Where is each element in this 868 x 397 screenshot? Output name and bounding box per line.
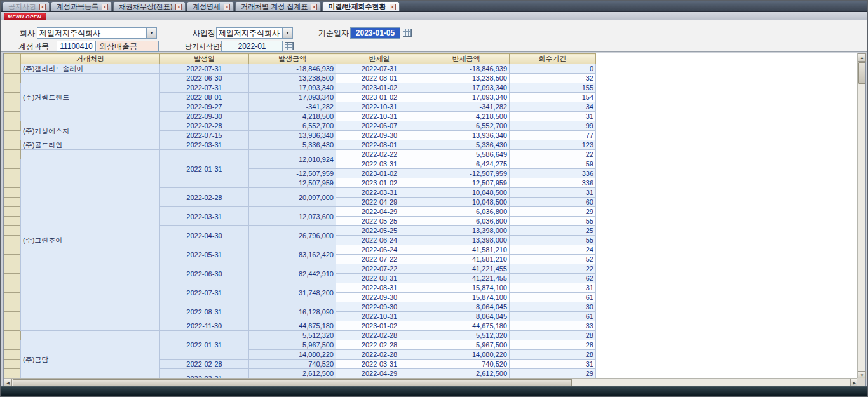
settlement-date-cell[interactable]: 2022-07-31	[336, 64, 423, 74]
row-selector[interactable]	[4, 131, 21, 140]
settlement-amount-cell[interactable]: 12,507,959	[423, 178, 510, 188]
settlement-amount-cell[interactable]: 13,398,000	[423, 236, 510, 245]
row-selector[interactable]	[4, 245, 21, 255]
settlement-date-cell[interactable]: 2022-02-28	[336, 331, 423, 340]
settlement-amount-cell[interactable]: -12,507,959	[423, 169, 510, 178]
row-selector[interactable]	[4, 169, 21, 178]
settlement-amount-cell[interactable]: 6,552,700	[423, 121, 510, 131]
row-selector[interactable]	[4, 121, 21, 131]
tab-5[interactable]: 거래처별 계정 집계표×	[235, 1, 321, 11]
row-selector[interactable]	[4, 188, 21, 198]
occurrence-date-cell[interactable]: 2022-11-30	[160, 321, 249, 331]
settlement-amount-cell[interactable]: 14,080,220	[423, 350, 510, 360]
occurrence-amount-cell[interactable]: -17,093,340	[249, 93, 336, 102]
collection-days-cell[interactable]: 336	[510, 178, 596, 188]
collection-days-cell[interactable]: 25	[510, 226, 596, 236]
collection-days-cell[interactable]: 32	[510, 74, 596, 83]
settlement-amount-cell[interactable]: 15,874,100	[423, 293, 510, 302]
settlement-date-cell[interactable]: 2022-07-22	[336, 264, 423, 274]
occurrence-amount-cell[interactable]: 17,093,340	[249, 83, 336, 93]
company-dropdown-icon[interactable]: ▼	[146, 28, 156, 38]
collection-days-cell[interactable]: 28	[510, 331, 596, 340]
settlement-amount-cell[interactable]: -17,093,340	[423, 93, 510, 102]
settlement-amount-cell[interactable]: 8,064,045	[423, 302, 510, 312]
occurrence-date-cell[interactable]: 2022-01-31	[160, 331, 249, 360]
occurrence-amount-cell[interactable]: -341,282	[249, 102, 336, 112]
settlement-amount-cell[interactable]: 44,675,180	[423, 321, 510, 331]
row-selector[interactable]	[4, 178, 21, 188]
occurrence-amount-cell[interactable]: -12,507,959	[249, 169, 336, 178]
customer-name-cell[interactable]: (주)골드라인	[21, 140, 160, 150]
collection-days-cell[interactable]: 99	[510, 121, 596, 131]
occurrence-amount-cell[interactable]: 2,612,500	[249, 369, 336, 379]
row-selector[interactable]	[4, 360, 21, 369]
row-selector[interactable]	[4, 321, 21, 331]
row-selector[interactable]	[4, 150, 21, 159]
tab-close-icon[interactable]: ×	[224, 4, 230, 10]
occurrence-date-cell[interactable]: 2022-06-30	[160, 74, 249, 83]
account-code-input[interactable]: 11100410	[57, 41, 96, 52]
occurrence-amount-cell[interactable]: 12,507,959	[249, 178, 336, 188]
collection-days-cell[interactable]: 155	[510, 83, 596, 93]
settlement-date-cell[interactable]: 2022-06-24	[336, 236, 423, 245]
row-selector[interactable]	[4, 312, 21, 321]
settlement-date-cell[interactable]: 2022-04-29	[336, 369, 423, 379]
settlement-amount-cell[interactable]: 5,586,649	[423, 150, 510, 159]
collection-days-cell[interactable]: 61	[510, 312, 596, 321]
settlement-amount-cell[interactable]: 17,093,340	[423, 83, 510, 93]
settlement-amount-cell[interactable]: 4,218,500	[423, 112, 510, 121]
occurrence-date-cell[interactable]: 2022-09-30	[160, 112, 249, 121]
settlement-date-cell[interactable]: 2022-05-25	[336, 226, 423, 236]
collection-days-cell[interactable]: 0	[510, 64, 596, 74]
occurrence-amount-cell[interactable]: 5,967,500	[249, 340, 336, 350]
customer-name-cell[interactable]: (주)거림트렌드	[21, 74, 160, 121]
row-selector[interactable]	[4, 264, 21, 274]
occurrence-amount-cell[interactable]: 13,238,500	[249, 74, 336, 83]
occurrence-date-cell[interactable]: 2022-07-31	[160, 83, 249, 93]
scroll-left-icon[interactable]: ◀	[4, 379, 12, 386]
collection-days-cell[interactable]: 30	[510, 302, 596, 312]
row-selector[interactable]	[4, 64, 21, 74]
customer-name-cell[interactable]: (주)그린조이	[21, 150, 160, 331]
collection-days-cell[interactable]: 61	[510, 293, 596, 302]
row-selector[interactable]	[4, 302, 21, 312]
settlement-amount-cell[interactable]: 5,512,320	[423, 331, 510, 340]
occurrence-date-cell[interactable]: 2022-06-30	[160, 264, 249, 283]
occurrence-amount-cell[interactable]: 31,748,200	[249, 283, 336, 302]
settlement-date-cell[interactable]: 2022-08-31	[336, 283, 423, 293]
horizontal-scrollbar[interactable]: ◀ ▶	[4, 378, 858, 386]
settlement-amount-cell[interactable]: 13,238,500	[423, 74, 510, 83]
occurrence-amount-cell[interactable]: 44,675,180	[249, 321, 336, 331]
tab-4[interactable]: 계정명세×	[187, 1, 234, 11]
settlement-amount-cell[interactable]: -341,282	[423, 102, 510, 112]
settlement-amount-cell[interactable]: -18,846,939	[423, 64, 510, 74]
settlement-date-cell[interactable]: 2022-08-01	[336, 140, 423, 150]
collection-days-cell[interactable]: 31	[510, 360, 596, 369]
collection-days-cell[interactable]: 28	[510, 340, 596, 350]
vertical-scroll-thumb[interactable]	[858, 62, 865, 84]
collection-days-cell[interactable]: 33	[510, 321, 596, 331]
settlement-amount-cell[interactable]: 740,520	[423, 360, 510, 369]
settlement-date-cell[interactable]: 2022-03-31	[336, 159, 423, 169]
settlement-date-cell[interactable]: 2022-09-30	[336, 131, 423, 140]
occurrence-amount-cell[interactable]: 5,336,430	[249, 140, 336, 150]
occurrence-amount-cell[interactable]: 26,796,000	[249, 226, 336, 245]
row-selector[interactable]	[4, 274, 21, 283]
settlement-amount-cell[interactable]: 10,048,500	[423, 188, 510, 198]
settlement-amount-cell[interactable]: 41,581,210	[423, 255, 510, 264]
settlement-date-cell[interactable]: 2022-02-28	[336, 350, 423, 360]
occurrence-amount-cell[interactable]: 6,552,700	[249, 121, 336, 131]
settlement-amount-cell[interactable]: 13,398,000	[423, 226, 510, 236]
tab-3[interactable]: 채권채무장(전표)×	[113, 1, 186, 11]
occurrence-amount-cell[interactable]: 82,442,910	[249, 264, 336, 283]
settlement-date-cell[interactable]: 2022-04-29	[336, 207, 423, 217]
settlement-date-cell[interactable]: 2023-01-02	[336, 93, 423, 102]
collection-days-cell[interactable]: 59	[510, 159, 596, 169]
company-select[interactable]: 제일저지주식회사 ▼	[37, 27, 157, 39]
collection-days-cell[interactable]: 31	[510, 112, 596, 121]
settlement-amount-cell[interactable]: 5,336,430	[423, 140, 510, 150]
occurrence-date-cell[interactable]: 2022-08-31	[160, 302, 249, 321]
row-selector[interactable]	[4, 207, 21, 217]
collection-days-cell[interactable]: 123	[510, 140, 596, 150]
occurrence-date-cell[interactable]: 2022-02-28	[160, 121, 249, 131]
